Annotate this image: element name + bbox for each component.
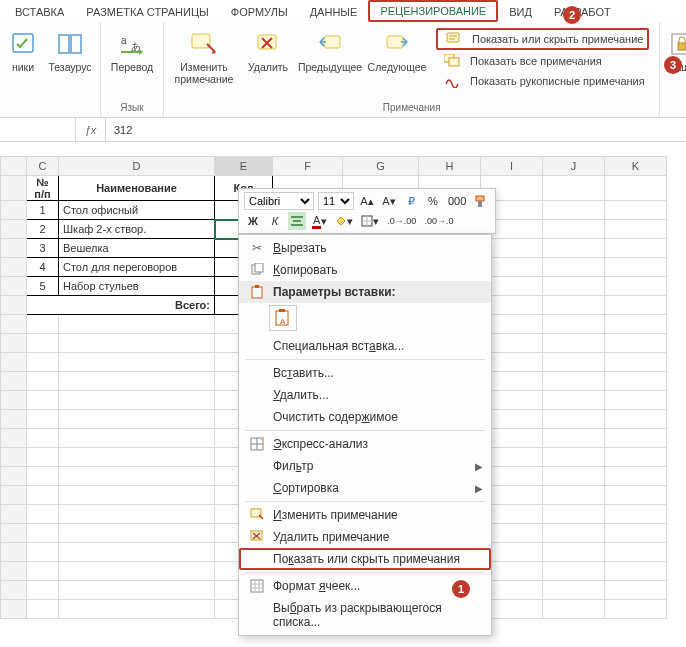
- tab-insert[interactable]: ВСТАВКА: [4, 2, 75, 22]
- ink-icon: [440, 74, 464, 88]
- name-box[interactable]: [0, 118, 76, 141]
- decrease-decimal-icon[interactable]: .0→.00: [385, 212, 418, 230]
- cell-name[interactable]: Стол офисный: [59, 201, 215, 220]
- cell-name[interactable]: Шкаф 2-х створ.: [59, 220, 215, 239]
- ctx-paste-special[interactable]: Специальная вставка...: [239, 335, 491, 357]
- font-size-select[interactable]: 11: [318, 192, 354, 210]
- tab-view[interactable]: ВИД: [498, 2, 543, 22]
- col-header-G[interactable]: G: [343, 157, 419, 176]
- formula-input[interactable]: 312: [106, 118, 686, 141]
- decrease-font-icon[interactable]: A▾: [380, 192, 398, 210]
- comma-format-icon[interactable]: 000: [446, 192, 468, 210]
- cell-num[interactable]: 5: [27, 277, 59, 296]
- prev-comment-icon: [314, 28, 346, 60]
- percent-format-icon[interactable]: %: [424, 192, 442, 210]
- accounting-format-icon[interactable]: ₽: [402, 192, 420, 210]
- callout-1: 1: [452, 580, 470, 598]
- ctx-edit-comment[interactable]: Изменить примечание: [239, 504, 491, 526]
- ctx-insert[interactable]: Вставить...: [239, 362, 491, 384]
- next-comment-button[interactable]: Следующее: [368, 26, 426, 76]
- svg-rect-19: [252, 287, 262, 298]
- comments-all-icon: [440, 54, 464, 68]
- borders-icon[interactable]: ▾: [359, 212, 381, 230]
- svg-rect-18: [255, 263, 263, 272]
- cell-name[interactable]: Стол для переговоров: [59, 258, 215, 277]
- col-header-E[interactable]: E: [215, 157, 273, 176]
- col-header-C[interactable]: C: [27, 157, 59, 176]
- delete-comment-icon: [252, 28, 284, 60]
- show-hide-comment-button[interactable]: Показать или скрыть примечание: [436, 28, 649, 50]
- row-header[interactable]: [1, 296, 27, 315]
- italic-button[interactable]: К: [266, 212, 284, 230]
- col-header-F[interactable]: F: [273, 157, 343, 176]
- show-ink-button[interactable]: Показать рукописные примечания: [436, 72, 649, 90]
- tab-formulas[interactable]: ФОРМУЛЫ: [220, 2, 299, 22]
- ctx-quick-analysis[interactable]: Экспресс-анализ: [239, 433, 491, 455]
- svg-rect-8: [387, 36, 403, 48]
- row-header[interactable]: [1, 258, 27, 277]
- chevron-right-icon: ▶: [475, 483, 483, 494]
- ctx-pick-from-list[interactable]: Выбрать из раскрывающегося списка...: [239, 597, 491, 633]
- prev-comment-button[interactable]: Предыдущее: [298, 26, 362, 76]
- tab-developer[interactable]: РАЗРАБОТ: [543, 2, 622, 22]
- fill-color-icon[interactable]: ▾: [333, 212, 355, 230]
- svg-rect-7: [324, 36, 340, 48]
- row-header[interactable]: [1, 277, 27, 296]
- cell-num[interactable]: 4: [27, 258, 59, 277]
- col-header-J[interactable]: J: [543, 157, 605, 176]
- tab-review[interactable]: РЕЦЕНЗИРОВАНИЕ: [368, 0, 498, 22]
- ctx-delete[interactable]: Удалить...: [239, 384, 491, 406]
- svg-rect-22: [279, 309, 285, 312]
- font-family-select[interactable]: Calibri: [244, 192, 314, 210]
- row-header[interactable]: [1, 220, 27, 239]
- font-color-icon[interactable]: A▾: [310, 212, 329, 230]
- ctx-paste-options-header: Параметры вставки:: [239, 281, 491, 303]
- format-cells-icon: [245, 579, 269, 593]
- ctx-filter[interactable]: Фильтр ▶: [239, 455, 491, 477]
- tab-page-layout[interactable]: РАЗМЕТКА СТРАНИЦЫ: [75, 2, 219, 22]
- ctx-copy[interactable]: Копировать: [239, 259, 491, 281]
- row-header[interactable]: [1, 201, 27, 220]
- show-all-comments-button[interactable]: Показать все примечания: [436, 52, 649, 70]
- next-comment-icon: [381, 28, 413, 60]
- ctx-toggle-comment[interactable]: Показать или скрыть примечания: [239, 548, 491, 570]
- delete-comment-button[interactable]: Удалить: [244, 26, 292, 76]
- cell-name[interactable]: Набор стульев: [59, 277, 215, 296]
- cell-name[interactable]: Вешелка: [59, 239, 215, 258]
- col-header-I[interactable]: I: [481, 157, 543, 176]
- show-hide-comment-label: Показать или скрыть примечание: [472, 33, 643, 45]
- translate-button[interactable]: aあ Перевод: [107, 26, 157, 76]
- edit-comment-icon: [188, 28, 220, 60]
- svg-text:a: a: [121, 35, 127, 46]
- col-header-D[interactable]: D: [59, 157, 215, 176]
- col-header-H[interactable]: H: [419, 157, 481, 176]
- tab-data[interactable]: ДАННЫЕ: [299, 2, 369, 22]
- svg-rect-1: [59, 35, 69, 53]
- fx-button[interactable]: ƒx: [76, 118, 106, 141]
- format-painter-icon[interactable]: [472, 192, 490, 210]
- increase-font-icon[interactable]: A▴: [358, 192, 376, 210]
- paste-default-button[interactable]: A: [269, 305, 297, 331]
- bold-button[interactable]: Ж: [244, 212, 262, 230]
- header-num: № п/п: [27, 176, 59, 201]
- col-header-K[interactable]: K: [605, 157, 667, 176]
- cell-num[interactable]: 1: [27, 201, 59, 220]
- spelling-button[interactable]: ники: [6, 26, 40, 76]
- ctx-clear[interactable]: Очистить содержимое: [239, 406, 491, 428]
- cell-num[interactable]: 3: [27, 239, 59, 258]
- ribbon: ники Тезаурус aあ Перевод Язык: [0, 22, 686, 118]
- ctx-delete-comment[interactable]: Удалить примечание: [239, 526, 491, 548]
- ctx-cut[interactable]: ✂ Вырезать: [239, 237, 491, 259]
- thesaurus-button[interactable]: Тезаурус: [46, 26, 94, 76]
- total-label: Всего:: [27, 296, 215, 315]
- align-center-icon[interactable]: [288, 212, 306, 230]
- corner-cell[interactable]: [1, 157, 27, 176]
- edit-comment-button[interactable]: Изменить примечание: [170, 26, 238, 87]
- ctx-sort[interactable]: Сортировка ▶: [239, 477, 491, 499]
- svg-rect-11: [449, 58, 459, 66]
- row-header[interactable]: [1, 239, 27, 258]
- increase-decimal-icon[interactable]: .00→.0: [422, 212, 455, 230]
- book-check-icon: [7, 28, 39, 60]
- cell-num[interactable]: 2: [27, 220, 59, 239]
- row-header[interactable]: [1, 176, 27, 201]
